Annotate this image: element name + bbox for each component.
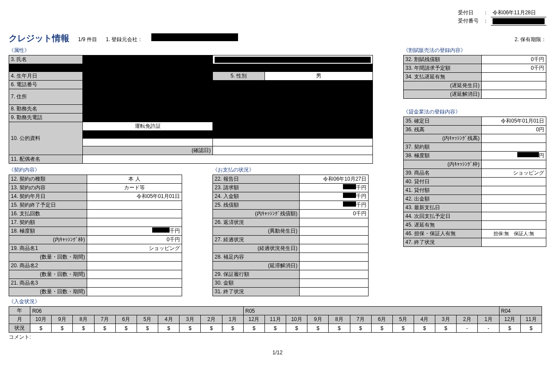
label-gender: 5. 性別 <box>213 72 265 81</box>
attributes-table: 3. 氏名 4. 生年月日 5. 性別 男 6. 電話番号 7. 住所 8. 勤… <box>9 55 373 164</box>
value-id-doc: 運転免許証 <box>83 122 213 131</box>
contract-table: 12. 契約の種類本 人 13. 契約の内容カード等 14. 契約年月日令和05… <box>9 175 182 296</box>
installment-table: 32. 割賦残債額0千円 33. 年間請求予定額0千円 34. 支払遅延有無 (… <box>403 55 546 99</box>
reg-company-label: 1. 登録元会社： <box>106 36 143 43</box>
section-deposit: 《入金状況》 <box>9 298 546 305</box>
deposit-table: 年R06R05R04 月10月9月8月7月6月5月4月3月2月1月12月11月1… <box>9 306 542 333</box>
label-id-doc: 10. 公的資料 <box>9 122 83 155</box>
receipt-date-label: 受付日 <box>456 9 480 17</box>
payment-table: 22. 報告日令和06年10月27日 23. 請求額千円 24. 入金額千円 2… <box>212 175 369 296</box>
label-confirm-date: (確認日) <box>83 146 213 155</box>
label-address: 7. 住所 <box>9 89 83 105</box>
retention-label: 2. 保有期限： <box>515 36 546 43</box>
section-payment: 《お支払の状況》 <box>212 166 369 174</box>
colon2: ： <box>480 17 491 25</box>
label-spouse: 11. 配偶者名 <box>9 155 83 164</box>
moneylending-table: 35. 確定日令和05年01月01日 36. 残高0円 (内ｷｬｯｼﾝｸﾞ残高)… <box>403 117 546 247</box>
section-contract: 《契約内容》 <box>9 166 182 174</box>
value-gender: 男 <box>265 72 373 81</box>
page-title: クレジット情報 <box>9 32 69 44</box>
receipt-date-value: 令和06年11月28日 <box>491 9 546 17</box>
section-moneylending: 《貸金業法の登録内容》 <box>403 108 546 116</box>
comment-label: コメント: <box>9 334 546 341</box>
label-employer-phone: 9. 勤務先電話 <box>9 113 83 122</box>
label-dob: 4. 生年月日 <box>9 72 83 81</box>
record-count: 1/9 件目 <box>78 36 97 43</box>
receipt-block: 受付日 ： 令和06年11月28日 受付番号 ： <box>456 9 546 26</box>
label-employer: 8. 勤務先名 <box>9 105 83 113</box>
reg-company-redacted <box>151 33 238 41</box>
label-phone: 6. 電話番号 <box>9 81 83 89</box>
receipt-no-label: 受付番号 <box>456 17 480 25</box>
page-number: 1/12 <box>9 350 546 356</box>
section-attributes: 《属性》 <box>9 47 393 54</box>
section-installment: 《割賦販売法の登録内容》 <box>403 47 546 54</box>
label-name: 3. 氏名 <box>9 55 83 64</box>
colon: ： <box>480 9 491 17</box>
